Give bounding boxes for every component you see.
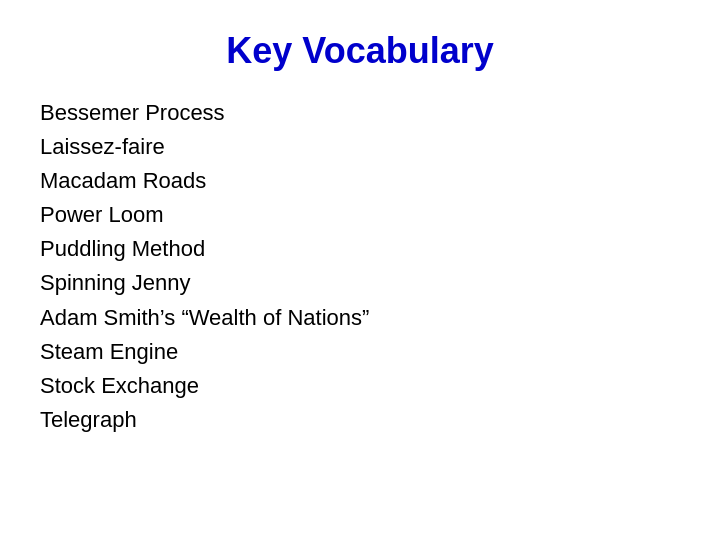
page-title: Key Vocabulary	[40, 30, 680, 72]
list-item: Macadam Roads	[40, 164, 680, 198]
list-item: Adam Smith’s “Wealth of Nations”	[40, 301, 680, 335]
list-item: Spinning Jenny	[40, 266, 680, 300]
list-item: Puddling Method	[40, 232, 680, 266]
list-item: Power Loom	[40, 198, 680, 232]
list-item: Steam Engine	[40, 335, 680, 369]
vocabulary-list: Bessemer ProcessLaissez-faireMacadam Roa…	[40, 96, 680, 437]
list-item: Laissez-faire	[40, 130, 680, 164]
list-item: Bessemer Process	[40, 96, 680, 130]
list-item: Stock Exchange	[40, 369, 680, 403]
list-item: Telegraph	[40, 403, 680, 437]
page-container: Key Vocabulary Bessemer ProcessLaissez-f…	[0, 0, 720, 540]
